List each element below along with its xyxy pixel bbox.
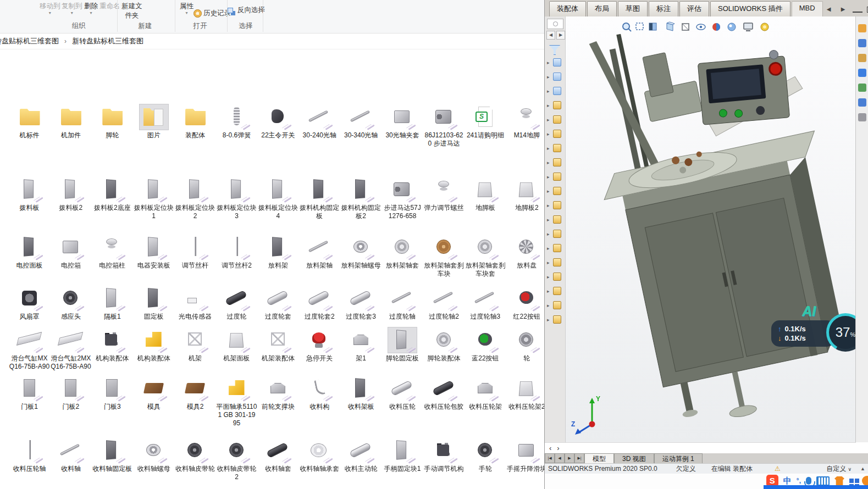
file-item[interactable]: 装配体 [175,104,216,140]
file-item[interactable]: 30光轴夹套 [382,104,423,140]
file-item[interactable]: 机架装配体 [257,327,298,363]
feature-tree-item[interactable]: ▸ [547,315,561,324]
file-item[interactable]: 放料盘 [506,235,544,270]
file-item[interactable]: 前轮支撑块 [257,376,298,411]
file-item[interactable]: 30-240光轴 [299,104,340,140]
file-item[interactable]: 滑台气缸2MXQ16-75B-A90 [50,327,91,371]
file-item[interactable]: 地脚板 [465,177,506,212]
commandmanager-tab[interactable]: SOLIDWORKS 插件 [710,1,790,16]
rebuild-warning-icon[interactable]: ⚠ [775,465,781,473]
file-item[interactable]: 放料架轴 [299,235,340,270]
file-item[interactable]: 收料压轮 [382,376,423,411]
file-item[interactable]: 门板2 [50,376,91,411]
file-item[interactable]: 收料架板 [340,376,382,411]
file-item[interactable]: 收料轴皮带轮 [175,438,216,473]
net-speed-widget[interactable]: AI ↑0.1K/s ↓0.1K/s 37% [771,303,856,355]
feature-tree-item[interactable]: ▸ [547,130,561,138]
bottom-tab[interactable]: 模型 [584,453,614,463]
file-item[interactable]: 过度轮轴 [382,286,423,321]
file-item[interactable]: 模具 [133,376,174,411]
file-item[interactable]: 收料轴套 [257,438,298,473]
file-item[interactable]: 电控箱 [50,235,91,270]
file-item[interactable]: 30-340光轴 [340,104,382,140]
file-item[interactable]: 机加件 [50,104,91,140]
ime-emoji-icon[interactable] [862,476,868,486]
file-item[interactable]: 脚轮装配体 [423,327,465,363]
collapse-pane-left-icon[interactable]: ◀ [824,5,834,13]
expand-caret-icon[interactable]: ▸ [547,317,551,323]
file-item[interactable]: 拨料板2底座 [92,177,133,212]
file-item[interactable]: 机构装配体 [133,327,174,363]
invert-selection-button[interactable]: 反向选择 [228,5,265,15]
file-item[interactable]: 隔板1 [92,286,133,321]
expand-caret-icon[interactable]: ▸ [547,174,551,180]
feature-tree-item[interactable]: ▸ [547,258,561,266]
file-item[interactable]: 手动调节机构 [423,438,465,473]
breadcrumb-parent[interactable]: 转盘贴标机三维套图 [0,36,59,46]
machine-3d-model[interactable] [566,16,856,442]
feature-tree-item[interactable]: ▸ [547,158,561,166]
file-item[interactable]: 收料轴螺母 [133,438,174,473]
file-item[interactable]: 过度轮套2 [299,286,340,321]
copy-to-button[interactable]: 复制到▾ [62,2,82,15]
file-item[interactable]: 红22按钮 [506,286,544,321]
breadcrumb-current[interactable]: 新转盘贴标机三维套图 [72,36,143,46]
file-item[interactable]: 拨料机构固定板 [299,177,340,220]
file-item[interactable]: 门板3 [92,376,133,411]
file-item[interactable]: 收料压轮架2 [506,376,544,411]
feature-tree-item[interactable]: ▸ [547,73,561,81]
file-item[interactable]: 固定板 [133,286,174,321]
file-item[interactable]: 收料主动轮 [340,438,382,473]
commandmanager-tab[interactable]: 草图 [618,1,648,16]
expand-caret-icon[interactable]: ▸ [547,188,551,194]
file-item[interactable]: 拨料板 [9,177,50,212]
expand-caret-icon[interactable]: ▸ [547,246,551,251]
expand-caret-icon[interactable]: ▸ [547,288,551,294]
feature-tree-item[interactable]: ▸ [547,101,561,109]
delete-button[interactable]: 删除▾ [84,2,98,15]
file-item[interactable]: 放料架轴套刹车块 [423,235,465,278]
file-item[interactable]: 收料轴皮带轮2 [216,438,257,481]
file-item[interactable]: 8-0.6弹簧 [216,104,257,140]
feature-tree-item[interactable]: ▸ [547,87,561,95]
design-library-icon[interactable] [858,39,866,47]
feature-tree-item[interactable]: ▸ [547,301,561,309]
file-item[interactable]: 拨料板定位块3 [216,177,257,220]
file-item[interactable]: 机架 [175,327,216,363]
file-item[interactable]: 地脚板2 [506,177,544,212]
ime-toolbox-icon[interactable] [849,479,854,483]
expand-caret-icon[interactable]: ▸ [547,103,551,108]
file-item[interactable]: 收料轴固定板 [92,438,133,473]
voice-input-icon[interactable] [806,477,811,485]
expand-caret-icon[interactable]: ▸ [547,160,551,165]
file-item[interactable]: 22主令开关 [257,104,298,140]
file-item[interactable]: 感应头 [50,286,91,321]
file-item[interactable]: 手轮 [465,438,506,473]
feature-tree-item[interactable]: ▸ [547,273,561,281]
feature-tree-item[interactable]: ▸ [547,230,561,238]
file-item[interactable]: 光电传感器 [175,286,216,321]
file-explorer-icon[interactable] [858,54,866,62]
feature-tree-item[interactable]: ▸ [547,144,561,152]
file-item[interactable]: 电控箱柱 [92,235,133,270]
file-item[interactable]: 拨料板定位块4 [257,177,298,220]
scroll-right-icon[interactable]: › [557,444,559,452]
file-item[interactable]: 拨料板定位块1 [133,177,174,220]
forum-icon[interactable] [858,113,866,121]
file-item[interactable]: 模具2 [175,376,216,411]
file-item[interactable]: 86J12103-620 步进马达 [423,104,465,148]
file-item[interactable]: 过度轮轴2 [423,286,465,321]
move-to-button[interactable]: 移动到▾ [40,2,60,15]
expand-caret-icon[interactable]: ▸ [547,117,551,123]
file-item[interactable]: 机构装配体 [92,327,133,363]
file-item[interactable]: 门板1 [9,376,50,411]
commandmanager-tab[interactable]: 标注 [649,1,678,16]
home-icon[interactable] [858,24,866,32]
expand-caret-icon[interactable]: ▸ [547,231,551,237]
new-folder-button[interactable]: 新建文件夹 [121,2,143,20]
file-item[interactable]: 弹力调节螺丝 [423,177,465,212]
feature-tree-item[interactable]: ▸ [547,173,561,181]
file-item[interactable]: 手柄固定块1 [382,438,423,473]
file-item[interactable]: 急停开关 [299,327,340,363]
file-item[interactable]: 手摇升降滑块 [506,438,544,473]
